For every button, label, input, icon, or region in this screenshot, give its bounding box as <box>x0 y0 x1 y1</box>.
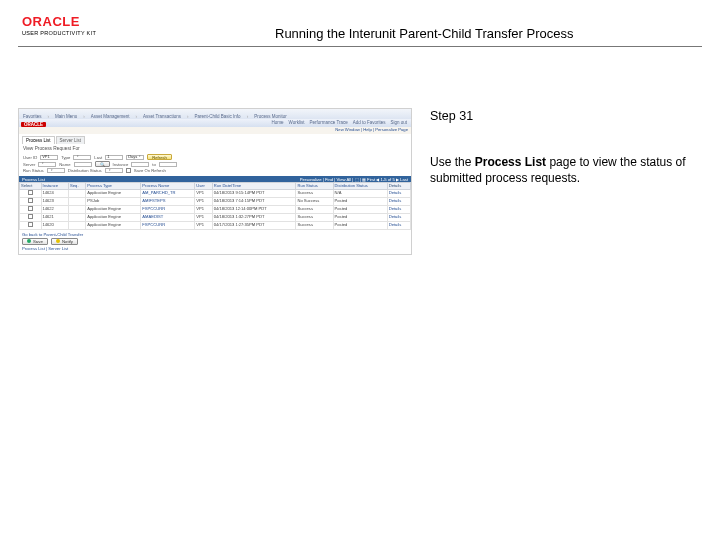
row-checkbox[interactable] <box>28 214 33 219</box>
tab-process-list[interactable]: Process List <box>22 136 55 144</box>
notify-button[interactable]: Notify <box>51 238 78 245</box>
cell-rundt: 04/17/2013 1:27:35PM PDT <box>212 221 296 229</box>
diststatus-select[interactable] <box>105 168 123 173</box>
refresh-button[interactable]: Refresh <box>147 154 172 160</box>
grid-title: Process List <box>22 177 45 182</box>
grid-range[interactable]: Personalize | Find | View All | ⬚ | ▦ Fi… <box>300 177 408 182</box>
cell-seq <box>69 205 86 213</box>
page-footer: Go back to Parent-Child Transfer Save No… <box>19 230 411 254</box>
last-n-field[interactable]: 1 <box>105 155 123 160</box>
col-rstat[interactable]: Run Status <box>296 183 333 190</box>
label-server: Server <box>23 162 35 167</box>
col-seq[interactable]: Seq. <box>69 183 86 190</box>
oracle-logo: ORACLE USER PRODUCTIVITY KIT <box>22 14 96 36</box>
name-lookup-button[interactable]: 🔍 <box>95 161 110 167</box>
nav-home[interactable]: Home <box>272 120 284 125</box>
cell-pname[interactable]: AM_PARCHD_TR <box>141 190 195 198</box>
new-window-row: New Window | Help | Personalize Page <box>19 127 411 134</box>
label-userid: User ID <box>23 155 37 160</box>
row-checkbox[interactable] <box>28 190 33 195</box>
col-select: Select <box>20 183 42 190</box>
last-unit-select[interactable]: Days <box>126 155 144 160</box>
label-instance: Instance <box>113 162 129 167</box>
save-label: Save <box>33 239 43 244</box>
cell-rstat: Success <box>296 213 333 221</box>
row-checkbox[interactable] <box>28 222 33 227</box>
cell-rundt: 04/18/2013 1:32:27PM PDT <box>212 213 296 221</box>
table-row: 14622Application EngineFSPCCURRVP104/18/… <box>20 205 411 213</box>
cell-seq <box>69 221 86 229</box>
saveonrefresh-checkbox[interactable] <box>126 168 131 173</box>
footer-tab-links[interactable]: Process List | Server List <box>22 246 68 251</box>
nav-addfav[interactable]: Add to Favorites <box>353 120 386 125</box>
cell-user: VP1 <box>195 198 212 206</box>
cell-dstat: Posted <box>333 205 387 213</box>
notify-icon <box>56 239 60 243</box>
cell-pname[interactable]: AMAEDIST <box>141 213 195 221</box>
instruction-text: Use the Process List page to view the st… <box>430 154 700 188</box>
nav-worklist[interactable]: Worklist <box>289 120 305 125</box>
cell-ptype: PSJob <box>86 198 141 206</box>
name-field[interactable] <box>74 162 92 167</box>
cell-select[interactable] <box>20 221 42 229</box>
col-instance[interactable]: Instance <box>41 183 69 190</box>
col-rundt[interactable]: Run Date/Time <box>212 183 296 190</box>
cell-dstat: Posted <box>333 213 387 221</box>
cell-rundt: 04/18/2013 7:14:15PM PDT <box>212 198 296 206</box>
cell-ptype: Application Engine <box>86 190 141 198</box>
cell-user: VP1 <box>195 190 212 198</box>
cell-dstat: Posted <box>333 221 387 229</box>
instance-to-field[interactable] <box>159 162 177 167</box>
cell-select[interactable] <box>20 205 42 213</box>
app-window: Favorites› Main Menu› Asset Management› … <box>18 108 412 255</box>
cell-select[interactable] <box>20 213 42 221</box>
cell-details[interactable]: Details <box>387 221 410 229</box>
label-type: Type <box>61 155 70 160</box>
nav-perftrace[interactable]: Performance Trace <box>309 120 347 125</box>
cell-instance: 14622 <box>41 205 69 213</box>
cell-pname[interactable]: FSPCCURR <box>141 205 195 213</box>
table-header-row: Select Instance Seq. Process Type Proces… <box>20 183 411 190</box>
cell-pname[interactable]: AMIFSTEPS <box>141 198 195 206</box>
col-pname[interactable]: Process Name <box>141 183 195 190</box>
runstatus-select[interactable] <box>47 168 65 173</box>
userid-field[interactable]: VP1 <box>40 155 58 160</box>
type-select[interactable] <box>73 155 91 160</box>
row-checkbox[interactable] <box>28 206 33 211</box>
table-row: 14620Application EngineFSPCCURRVP104/17/… <box>20 221 411 229</box>
server-select[interactable] <box>38 162 56 167</box>
cell-details[interactable]: Details <box>387 190 410 198</box>
notify-label: Notify <box>62 239 73 244</box>
cell-seq <box>69 190 86 198</box>
table-row: 14621Application EngineAMAEDISTVP104/18/… <box>20 213 411 221</box>
step-label: Step 31 <box>430 108 700 126</box>
instance-from-field[interactable] <box>131 162 149 167</box>
cell-rundt: 04/18/2013 9:15:14PM PDT <box>212 190 296 198</box>
save-icon <box>27 239 31 243</box>
cell-ptype: Application Engine <box>86 205 141 213</box>
cell-select[interactable] <box>20 190 42 198</box>
col-dstat[interactable]: Distribution Status <box>333 183 387 190</box>
nav-signout[interactable]: Sign out <box>390 120 407 125</box>
label-diststatus: Distribution Status <box>68 168 102 173</box>
col-ptype[interactable]: Process Type <box>86 183 141 190</box>
col-user[interactable]: User <box>195 183 212 190</box>
cell-rstat: Success <box>296 190 333 198</box>
save-button[interactable]: Save <box>22 238 48 245</box>
cell-details[interactable]: Details <box>387 213 410 221</box>
tab-server-list[interactable]: Server List <box>56 136 86 144</box>
goback-link[interactable]: Go back to Parent-Child Transfer <box>22 232 83 237</box>
row-checkbox[interactable] <box>28 198 33 203</box>
cell-instance: 14624 <box>41 190 69 198</box>
table-row: 14624Application EngineAM_PARCHD_TRVP104… <box>20 190 411 198</box>
cell-pname[interactable]: FSPCCURR <box>141 221 195 229</box>
cell-user: VP1 <box>195 221 212 229</box>
cell-rstat: Success <box>296 221 333 229</box>
cell-rundt: 04/18/2013 12:14:00PM PDT <box>212 205 296 213</box>
header-links: Home Worklist Performance Trace Add to F… <box>272 120 407 125</box>
cell-details[interactable]: Details <box>387 198 410 206</box>
cell-instance: 14621 <box>41 213 69 221</box>
new-window-links[interactable]: New Window | Help | Personalize Page <box>335 127 408 132</box>
cell-details[interactable]: Details <box>387 205 410 213</box>
cell-select[interactable] <box>20 198 42 206</box>
